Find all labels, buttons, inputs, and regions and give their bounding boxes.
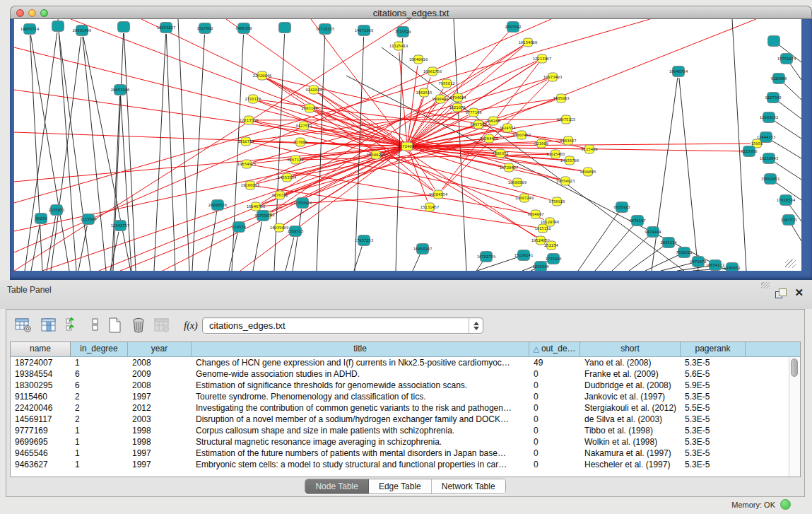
table-row[interactable]: 1456911722003Disruption of a novel membe… <box>11 414 800 425</box>
table-row[interactable]: 1830029562008Estimation of significance … <box>11 380 800 391</box>
graph-edge[interactable] <box>192 35 205 271</box>
column-header-out_degree[interactable]: △out_de… <box>529 342 580 356</box>
cell-name: 18300295 <box>11 380 71 391</box>
column-select-button[interactable] <box>39 316 59 336</box>
rows-button[interactable] <box>86 316 105 336</box>
graph-node-label: 19654923 <box>556 179 575 183</box>
graph-edge[interactable] <box>51 37 81 271</box>
column-header-in_degree[interactable]: in_degree <box>71 342 128 356</box>
table-panel-titlebar[interactable]: Table Panel ✕ <box>0 280 812 309</box>
graph-edge[interactable] <box>78 226 87 271</box>
graph-edge[interactable] <box>661 263 692 271</box>
graph-node-label: 12093832 <box>760 115 779 119</box>
graph-edge[interactable] <box>253 222 261 271</box>
network-canvas[interactable]: 1872400718300295224200462718176122135891… <box>14 19 801 271</box>
panel-resize-grip[interactable] <box>761 282 770 288</box>
table-row[interactable]: 1872400712008Changes of HCN gene express… <box>11 357 800 368</box>
table-row[interactable]: 1938455462009Genome-wide association stu… <box>11 368 800 380</box>
close-panel-icon[interactable]: ✕ <box>794 286 804 299</box>
canvas-resize-grip[interactable] <box>785 259 796 268</box>
vertical-scrollbar[interactable] <box>789 357 800 477</box>
memory-ok-indicator <box>780 499 791 510</box>
graph-edge[interactable] <box>240 146 407 271</box>
tab-node-table[interactable]: Node Table <box>305 479 369 493</box>
graph-edge[interactable] <box>792 226 801 241</box>
graph-edge[interactable] <box>679 78 698 271</box>
graph-node[interactable] <box>279 23 291 33</box>
function-builder-button[interactable]: f(x) <box>179 316 203 336</box>
graph-node-label: 8267130 <box>287 158 303 162</box>
row-select-button[interactable] <box>63 316 83 336</box>
graph-edge[interactable] <box>274 34 285 271</box>
graph-edge[interactable] <box>232 35 244 271</box>
table-row[interactable]: 2242004622012Investigating the contribut… <box>11 402 800 414</box>
graph-node-label: 14353594 <box>278 175 297 180</box>
graph-edge[interactable] <box>531 269 535 271</box>
cell-in_degree: 2 <box>71 391 128 402</box>
column-header-name[interactable]: name <box>11 342 71 356</box>
window-titlebar[interactable]: citations_edges.txt <box>10 6 812 19</box>
graph-edge[interactable] <box>732 19 746 271</box>
graph-edge[interactable] <box>286 238 294 271</box>
new-table-button[interactable] <box>105 316 125 336</box>
graph-edge[interactable] <box>42 146 407 271</box>
graph-node-label: 16154808 <box>519 40 538 45</box>
table-toolbar: f(x) citations_edges.txt <box>6 310 804 341</box>
graph-node-label: 9329966 <box>770 76 787 81</box>
graph-edge[interactable] <box>124 33 136 271</box>
delete-rows-button[interactable] <box>129 316 149 336</box>
graph-node-label: 12213967 <box>533 57 552 61</box>
graph-edge[interactable] <box>14 146 407 231</box>
tab-edge-table[interactable]: Edge Table <box>369 479 432 493</box>
graph-node-label: 10654112 <box>706 263 725 267</box>
table-select-dropdown[interactable]: citations_edges.txt <box>202 317 483 334</box>
graph-edge[interactable] <box>208 211 217 271</box>
cell-pagerank: 5.3E-5 <box>681 357 746 368</box>
column-header-title[interactable]: title <box>192 342 529 356</box>
table-row[interactable]: 977716911998Corpus callosum shape and si… <box>11 425 800 436</box>
scrollbar-thumb[interactable] <box>791 358 798 377</box>
cell-year: 1997 <box>128 448 192 459</box>
graph-edge[interactable] <box>595 226 633 271</box>
graph-edge[interactable] <box>178 19 189 271</box>
graph-edge[interactable] <box>382 47 684 271</box>
cell-short: de Silva et al. (2003) <box>580 414 681 425</box>
graph-edge[interactable] <box>154 34 166 271</box>
float-panel-button[interactable] <box>775 288 787 298</box>
graph-node-label: 1107533 <box>780 218 796 222</box>
graph-node[interactable] <box>52 21 64 32</box>
table-row[interactable]: 969969511998Structural magnetic resonanc… <box>11 436 800 448</box>
graph-edge[interactable] <box>778 101 801 119</box>
table-row[interactable]: 911546021997Tourette syndrome. Phenomeno… <box>11 391 800 402</box>
graph-node-label: 17359928 <box>293 201 312 205</box>
graph-edge[interactable] <box>413 255 420 271</box>
graph-node[interactable] <box>118 22 130 33</box>
citation-graph[interactable]: 1872400718300295224200462718176122135891… <box>14 19 801 271</box>
graph-edge[interactable] <box>790 64 801 80</box>
table-row[interactable]: 946554611997Estimation of the future num… <box>11 448 800 459</box>
graph-edge[interactable] <box>775 121 801 139</box>
graph-node-label: 14039489 <box>270 226 289 230</box>
graph-edge[interactable] <box>31 225 40 271</box>
graph-edge[interactable] <box>578 212 618 271</box>
cell-title: Estimation of significance thresholds fo… <box>192 380 529 391</box>
graph-edge[interactable] <box>399 52 407 146</box>
graph-node[interactable] <box>768 36 780 47</box>
table-mode-button[interactable] <box>13 316 33 336</box>
column-header-pagerank[interactable]: pagerank <box>681 342 746 356</box>
graph-edge[interactable] <box>166 34 175 271</box>
graph-edge[interactable] <box>300 142 563 160</box>
column-header-short[interactable]: short <box>580 342 681 356</box>
delete-table-button[interactable] <box>152 316 172 336</box>
table-row[interactable]: 946362711997Embryonic stem cells: a mode… <box>11 459 800 470</box>
network-view-window: citations_edges.txt 18724007183002952242… <box>10 6 812 280</box>
graph-edge[interactable] <box>121 96 131 271</box>
graph-edge[interactable] <box>83 37 131 271</box>
graph-edge[interactable] <box>612 236 648 271</box>
cell-out_degree: 0 <box>529 459 580 470</box>
graph-edge[interactable] <box>784 83 801 100</box>
graph-node-label: 1621072 <box>449 105 465 110</box>
column-header-year[interactable]: year <box>128 342 192 356</box>
cell-in_degree: 1 <box>71 459 128 470</box>
tab-network-table[interactable]: Network Table <box>432 479 505 493</box>
